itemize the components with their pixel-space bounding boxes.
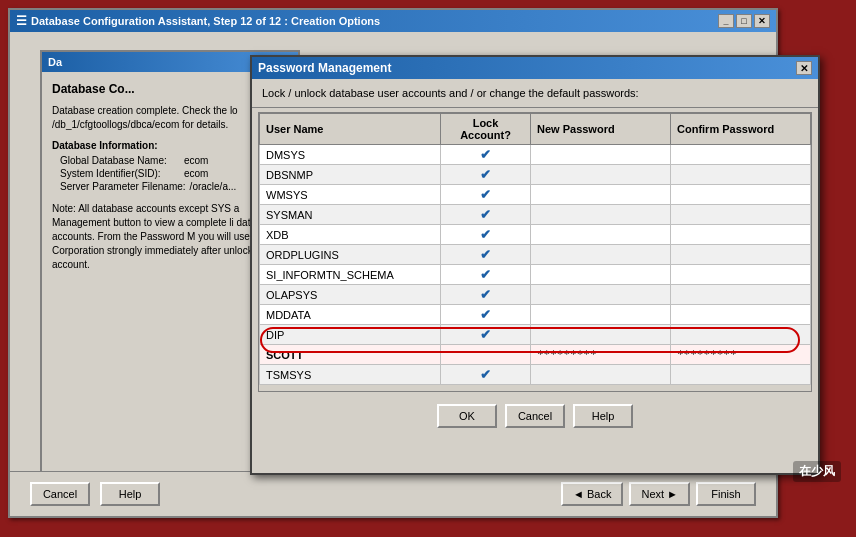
confirmpw-cell[interactable] xyxy=(671,225,811,245)
username-cell: TSMSYS xyxy=(260,365,441,385)
table-row: ORDPLUGINS ✔ xyxy=(260,245,811,265)
confirmpw-cell[interactable] xyxy=(671,285,811,305)
ok-button[interactable]: OK xyxy=(437,404,497,428)
newpw-cell[interactable] xyxy=(531,365,671,385)
help-button[interactable]: Help xyxy=(100,482,160,506)
cancel-button[interactable]: Cancel xyxy=(30,482,90,506)
col-newpw: New Password xyxy=(531,114,671,145)
confirmpw-cell[interactable] xyxy=(671,185,811,205)
lock-cell[interactable]: ✔ xyxy=(441,305,531,325)
main-bottom-bar: Cancel Help ◄ Back Next ► Finish xyxy=(10,471,776,516)
scott-username-cell: SCOTT xyxy=(260,345,441,365)
confirmpw-cell[interactable] xyxy=(671,165,811,185)
pm-table-scroll[interactable]: User Name Lock Account? New Password Con… xyxy=(259,113,811,391)
scott-confirmpw-cell[interactable]: ********* xyxy=(671,345,811,365)
lock-cell[interactable]: ✔ xyxy=(441,205,531,225)
table-row: SI_INFORMTN_SCHEMA ✔ xyxy=(260,265,811,285)
pm-description: Lock / unlock database user accounts and… xyxy=(252,79,818,108)
db-field-value-3: /oracle/a... xyxy=(190,181,237,192)
username-cell: DBSNMP xyxy=(260,165,441,185)
main-titlebar-controls: _ □ ✕ xyxy=(718,14,770,28)
db-field-label-1: Global Database Name: xyxy=(60,155,180,166)
col-username: User Name xyxy=(260,114,441,145)
lock-cell[interactable]: ✔ xyxy=(441,265,531,285)
pm-close-button[interactable]: ✕ xyxy=(796,61,812,75)
newpw-cell[interactable] xyxy=(531,145,671,165)
pm-help-button[interactable]: Help xyxy=(573,404,633,428)
next-button[interactable]: Next ► xyxy=(629,482,690,506)
username-cell: MDDATA xyxy=(260,305,441,325)
col-lock: Lock Account? xyxy=(441,114,531,145)
confirmpw-cell[interactable] xyxy=(671,145,811,165)
username-cell: OLAPSYS xyxy=(260,285,441,305)
pm-cancel-button[interactable]: Cancel xyxy=(505,404,565,428)
main-bottom-right: ◄ Back Next ► Finish xyxy=(561,482,756,506)
password-management-dialog: Password Management ✕ Lock / unlock data… xyxy=(250,55,820,475)
table-row: MDDATA ✔ xyxy=(260,305,811,325)
pm-table-wrapper: User Name Lock Account? New Password Con… xyxy=(258,112,812,392)
newpw-cell[interactable] xyxy=(531,305,671,325)
table-row: XDB ✔ xyxy=(260,225,811,245)
table-row: DBSNMP ✔ xyxy=(260,165,811,185)
confirmpw-cell[interactable] xyxy=(671,245,811,265)
table-row: DIP ✔ xyxy=(260,325,811,345)
maximize-button[interactable]: □ xyxy=(736,14,752,28)
watermark: 在少风 xyxy=(793,461,841,482)
username-cell: XDB xyxy=(260,225,441,245)
pm-button-bar: OK Cancel Help xyxy=(252,396,818,436)
col-confirmpw: Confirm Password xyxy=(671,114,811,145)
table-row: WMSYS ✔ xyxy=(260,185,811,205)
back-button[interactable]: ◄ Back xyxy=(561,482,623,506)
lock-cell[interactable]: ✔ xyxy=(441,245,531,265)
scott-lock-cell[interactable] xyxy=(441,345,531,365)
newpw-cell[interactable] xyxy=(531,205,671,225)
lock-cell[interactable]: ✔ xyxy=(441,185,531,205)
db-field-label-3: Server Parameter Filename: xyxy=(60,181,186,192)
username-cell: DMSYS xyxy=(260,145,441,165)
main-bottom-left: Cancel Help xyxy=(30,482,551,506)
main-window-icon: ☰ xyxy=(16,14,27,28)
scott-newpw-cell[interactable]: ********* xyxy=(531,345,671,365)
confirmpw-cell[interactable] xyxy=(671,325,811,345)
minimize-button[interactable]: _ xyxy=(718,14,734,28)
table-row: OLAPSYS ✔ xyxy=(260,285,811,305)
username-cell: DIP xyxy=(260,325,441,345)
db-field-label-2: System Identifier(SID): xyxy=(60,168,180,179)
newpw-cell[interactable] xyxy=(531,225,671,245)
newpw-cell[interactable] xyxy=(531,245,671,265)
db-field-value-1: ecom xyxy=(184,155,208,166)
username-cell: SYSMAN xyxy=(260,205,441,225)
main-titlebar: ☰ Database Configuration Assistant, Step… xyxy=(10,10,776,32)
scott-row: SCOTT ********* ********* xyxy=(260,345,811,365)
db-field-value-2: ecom xyxy=(184,168,208,179)
newpw-cell[interactable] xyxy=(531,325,671,345)
confirmpw-cell[interactable] xyxy=(671,205,811,225)
table-row: SYSMAN ✔ xyxy=(260,205,811,225)
confirmpw-cell[interactable] xyxy=(671,365,811,385)
newpw-cell[interactable] xyxy=(531,185,671,205)
newpw-cell[interactable] xyxy=(531,285,671,305)
username-cell: ORDPLUGINS xyxy=(260,245,441,265)
pm-table: User Name Lock Account? New Password Con… xyxy=(259,113,811,385)
username-cell: SI_INFORMTN_SCHEMA xyxy=(260,265,441,285)
close-button[interactable]: ✕ xyxy=(754,14,770,28)
table-row: DMSYS ✔ xyxy=(260,145,811,165)
lock-cell[interactable]: ✔ xyxy=(441,225,531,245)
db-window-title: Da xyxy=(48,56,62,68)
table-row: TSMSYS ✔ xyxy=(260,365,811,385)
lock-cell[interactable]: ✔ xyxy=(441,285,531,305)
finish-button[interactable]: Finish xyxy=(696,482,756,506)
lock-cell[interactable]: ✔ xyxy=(441,365,531,385)
username-cell: WMSYS xyxy=(260,185,441,205)
lock-cell[interactable]: ✔ xyxy=(441,325,531,345)
lock-cell[interactable]: ✔ xyxy=(441,165,531,185)
lock-cell[interactable]: ✔ xyxy=(441,145,531,165)
pm-table-area: User Name Lock Account? New Password Con… xyxy=(252,112,818,392)
main-window-title: Database Configuration Assistant, Step 1… xyxy=(31,15,380,27)
confirmpw-cell[interactable] xyxy=(671,265,811,285)
confirmpw-cell[interactable] xyxy=(671,305,811,325)
newpw-cell[interactable] xyxy=(531,165,671,185)
pm-title: Password Management xyxy=(258,61,391,75)
newpw-cell[interactable] xyxy=(531,265,671,285)
pm-titlebar: Password Management ✕ xyxy=(252,57,818,79)
